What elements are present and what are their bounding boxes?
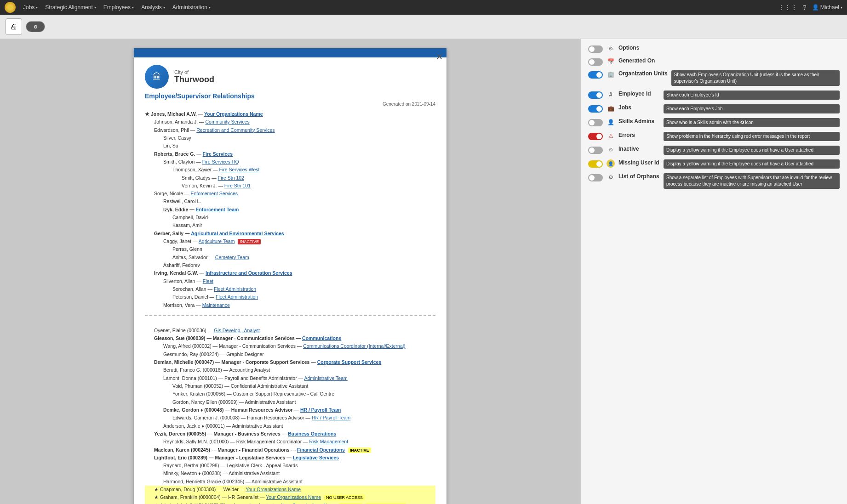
list-item: Anderson, Jackie ♦ (000011) — Administra… [145, 422, 435, 430]
tree-row-root: ★ Jones, Michael A.W. — Your Organizatio… [145, 110, 435, 118]
errors-tooltip: Show problems in the hierarchy using red… [664, 132, 840, 141]
link-agriculture-team[interactable]: Agriculture Team [199, 238, 235, 244]
skills-icon: 👤 [607, 118, 615, 126]
error-icon: ⚠ [607, 132, 615, 140]
link-hr-payroll[interactable]: HR / Payroll Team [300, 407, 341, 413]
org-logo: 🏛 [145, 65, 169, 89]
toggle-knob [596, 134, 602, 139]
errors-toggle[interactable] [588, 133, 603, 140]
link-your-org3[interactable]: Your Organizations Name [266, 494, 321, 500]
list-item: Sorge, Nicole — Enforcement Services [145, 190, 435, 198]
report-generated: Generated on 2021-09-14 [145, 102, 435, 107]
list-item: Demian, Michelle (000047) — Manager - Co… [145, 358, 435, 366]
link-fire-west[interactable]: Fire Services West [219, 167, 260, 172]
toggle-knob [589, 147, 595, 153]
nav-analysis-chevron: ▾ [163, 6, 165, 10]
link-fleet-admin[interactable]: Fleet Administration [214, 286, 256, 292]
grid-icon[interactable]: ⋮⋮⋮ [778, 4, 797, 11]
close-button[interactable]: ✕ [436, 52, 443, 62]
list-item: Reynolds, Sally M.N. (001000) — Risk Man… [145, 438, 435, 446]
report-header-bar [134, 48, 446, 57]
link-agricultural[interactable]: Agricultural and Environmental Services [191, 231, 284, 236]
link-fire-services[interactable]: Fire Services [203, 151, 233, 157]
link-biz-ops[interactable]: Business Operations [288, 431, 336, 436]
link-communications[interactable]: Communications [302, 335, 341, 341]
list-item: ★ Graham, Franklin (0000004) — HR Genera… [145, 493, 435, 501]
inactive-icon: ⚙ [607, 146, 615, 154]
link-your-org2[interactable]: Your Organizations Name [246, 486, 301, 493]
report-container: ✕ 🏛 City of Thurwood Employee/Supervisor… [134, 48, 446, 504]
link-community[interactable]: Community Services [205, 119, 249, 125]
user-avatar-icon: 👤 [607, 159, 615, 168]
nav-admin-chevron: ▾ [209, 6, 211, 10]
link-fleet-admin2[interactable]: Fleet Administration [216, 294, 258, 300]
link-enforcement[interactable]: Enforcement Services [190, 191, 238, 196]
nav-strategic-alignment[interactable]: Strategic Alignment ▾ [45, 4, 96, 11]
nav-employees[interactable]: Employees ▾ [103, 4, 134, 11]
list-item: Demke, Gordon ♦ (000048) — Human Resourc… [145, 406, 435, 414]
help-icon[interactable]: ? [803, 4, 807, 11]
option-row-errors: ⚠ Errors Show problems in the hierarchy … [588, 132, 840, 141]
link-enforcement-team[interactable]: Enforcement Team [196, 207, 239, 212]
link-fire-stn102[interactable]: Fire Stn 102 [218, 175, 244, 181]
link-admin-team[interactable]: Administrative Team [304, 375, 347, 381]
toggle-knob [589, 46, 595, 52]
list-item: ★ Admin_Admin3 (ADMIN3EMP) — Accounting … [145, 502, 435, 504]
report-panel: ✕ 🏛 City of Thurwood Employee/Supervisor… [0, 39, 580, 504]
jobs-toggle[interactable] [588, 105, 603, 113]
user-chevron: ▾ [841, 6, 842, 10]
nav-jobs-chevron: ▾ [36, 6, 38, 10]
list-item: Wang, Alfred (000002) — Manager - Commun… [145, 342, 435, 350]
list-item: Sorochan, Allan — Fleet Administration [145, 285, 435, 293]
link-gis[interactable]: Gis Develop., Analyst [214, 328, 260, 333]
list-item: Morrison, Vera — Maintenance [145, 301, 435, 309]
link-fire-stn101[interactable]: Fire Stn 101 [224, 183, 251, 188]
list-item: Yezik, Doreen (000055) — Manager - Busin… [145, 430, 435, 438]
list-item: Lamont, Donna (000101) — Payroll and Ben… [145, 374, 435, 382]
link-maintenance[interactable]: Maintenance [202, 302, 230, 308]
options-panel: ⚙ Options 📅 Generated On 🏢 Organization … [580, 39, 847, 504]
link-fire-hq[interactable]: Fire Services HQ [202, 159, 239, 164]
nav-jobs[interactable]: Jobs ▾ [23, 4, 38, 11]
nav-administration[interactable]: Administration ▾ [172, 4, 211, 11]
list-item: Smith, Clayton — Fire Services HQ [145, 158, 435, 166]
nav-emp-chevron: ▾ [132, 6, 134, 10]
list-item: Restwell, Carol L. [145, 198, 435, 205]
link-corp-support[interactable]: Corporate Support Services [317, 359, 381, 365]
link-fleet[interactable]: Fleet [203, 278, 213, 284]
generated-on-toggle[interactable] [588, 58, 603, 66]
list-item: ★ Chapman, Doug (000300) — Welder — Your… [145, 486, 435, 493]
employee-id-tooltip: Show each Employee's Id [664, 91, 840, 100]
link-risk-mgmt[interactable]: Risk Management [309, 439, 348, 444]
link-your-org[interactable]: Your Organizations Name [204, 111, 263, 117]
options-toggle[interactable] [588, 45, 603, 53]
link-fin-ops[interactable]: Financial Operations [297, 447, 345, 453]
link-recreation[interactable]: Recreation and Community Services [196, 127, 275, 133]
list-item: Irving, Kendal G.W. — Infrastructure and… [145, 269, 435, 277]
inactive-toggle[interactable] [588, 147, 603, 154]
link-comm-coord[interactable]: Communications Coordinator (Internal/Ext… [303, 343, 405, 349]
link-cemetery[interactable]: Cemetery Team [215, 255, 249, 260]
toggle-knob [589, 120, 595, 125]
missing-user-id-toggle[interactable] [588, 160, 603, 168]
print-button[interactable]: 🖨 [6, 18, 22, 35]
link-infrastructure[interactable]: Infrastructure and Operation Services [206, 270, 292, 276]
nav-analysis[interactable]: Analysis ▾ [141, 4, 165, 11]
skills-admins-toggle[interactable] [588, 119, 603, 126]
list-of-orphans-toggle[interactable] [588, 174, 603, 181]
org-units-toggle[interactable] [588, 71, 603, 79]
list-item: Anitas, Salvador — Cemetery Team [145, 254, 435, 261]
option-row-missing-user-id: 👤 Missing User Id Display a yellow warni… [588, 159, 840, 169]
link-leg-services[interactable]: Legislative Services [293, 455, 339, 460]
option-row-org-units: 🏢 Organization Units Show each Employee'… [588, 70, 840, 86]
report-tree: ★ Jones, Michael A.W. — Your Organizatio… [145, 110, 435, 504]
option-row-list-of-orphans: ⚙ List of Orphans Show a separate list o… [588, 173, 840, 189]
top-nav: Jobs ▾ Strategic Alignment ▾ Employees ▾… [0, 0, 847, 15]
toggle-settings-button[interactable]: ⚙ [26, 21, 45, 32]
list-item: Harmond, Henrietta Gracie (0002345) — Ad… [145, 478, 435, 486]
user-menu[interactable]: 👤 Michael ▾ [812, 4, 842, 11]
link-hr-payroll2[interactable]: HR / Payroll Team [312, 415, 350, 420]
employee-id-toggle[interactable] [588, 91, 603, 99]
app-logo [5, 2, 16, 13]
list-item: Ashariff, Fedorev [145, 261, 435, 269]
